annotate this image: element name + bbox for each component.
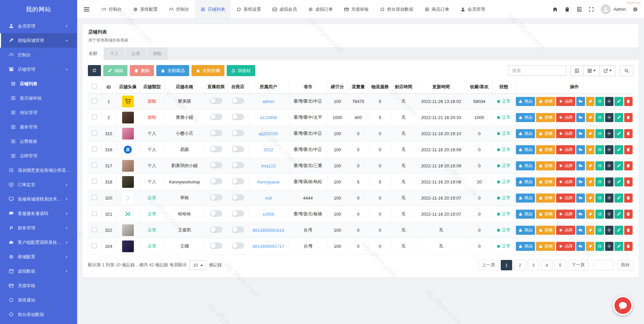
per-page-select[interactable]: 10 (190, 260, 206, 270)
clear-cache-icon[interactable] (577, 7, 582, 12)
all-groupon-button[interactable]: 全部拼團 (192, 65, 224, 76)
sidebar-item-3[interactable]: 店铺管理 (0, 62, 77, 76)
logistics-button[interactable] (576, 242, 585, 251)
column-header[interactable]: 更新時間 (416, 81, 466, 93)
top-tab-7[interactable]: 充值审核 (338, 0, 374, 18)
groupon-button[interactable]: 拼團 (536, 129, 555, 138)
top-tab-9[interactable]: 商品订单 (419, 0, 455, 18)
row-checkbox[interactable] (92, 179, 97, 184)
edit-row-button[interactable] (614, 210, 623, 219)
groupon-button[interactable]: 拼團 (536, 161, 555, 170)
owner-user-link[interactable]: 2022 (264, 147, 273, 152)
column-header[interactable]: 所属用户 (248, 81, 288, 93)
goods-button[interactable]: 商品 (516, 194, 535, 203)
top-tab-10[interactable]: 会员管理 (455, 0, 491, 18)
list-button[interactable] (595, 226, 604, 235)
goods-button[interactable]: 商品 (516, 145, 535, 154)
logistics-button[interactable] (576, 113, 585, 122)
sidebar-item-4[interactable]: 店铺列表 (0, 76, 77, 91)
owner-user-link[interactable]: Kennyyauw (257, 179, 279, 184)
page-button-2[interactable]: 2 (514, 260, 526, 270)
user-menu[interactable]: Admin (601, 4, 626, 14)
row-checkbox[interactable] (92, 114, 97, 119)
edit-row-button[interactable] (614, 129, 623, 138)
self-operated-toggle[interactable] (232, 178, 244, 184)
sidebar-item-16[interactable]: 商城配置 (0, 250, 77, 264)
sidebar-item-5[interactable]: 新店铺审核 (0, 91, 77, 105)
self-operated-toggle[interactable] (232, 210, 244, 217)
groupon-button[interactable]: 拼團 (536, 177, 555, 186)
leaf-button[interactable] (586, 145, 594, 154)
edit-row-button[interactable] (614, 242, 623, 251)
goods-button[interactable]: 商品 (516, 226, 535, 235)
sidebar-item-0[interactable]: 会员管理 (0, 19, 77, 33)
home-icon[interactable] (552, 7, 558, 12)
logistics-button[interactable] (576, 161, 585, 170)
column-header[interactable]: 操作 (515, 81, 633, 93)
page-button-1[interactable]: 1 (501, 260, 512, 270)
sidebar-item-19[interactable]: 系统通知 (0, 293, 77, 307)
groupon-button[interactable]: 拼團 (536, 113, 555, 122)
edit-row-button[interactable] (614, 97, 623, 106)
row-checkbox[interactable] (92, 195, 97, 200)
live-permission-toggle[interactable] (210, 210, 222, 217)
move-button[interactable] (605, 145, 613, 154)
sidebar-item-7[interactable]: 服务管理 (0, 120, 77, 134)
sidebar-item-18[interactable]: 充值审核 (0, 278, 77, 293)
jump-button[interactable]: 跳转 (617, 260, 633, 270)
goods-button[interactable]: 商品 (516, 129, 535, 138)
groupon-button[interactable]: 拼團 (536, 242, 555, 251)
list-button[interactable] (595, 194, 604, 203)
goods-button[interactable]: 商品 (516, 210, 535, 219)
move-button[interactable] (605, 177, 613, 186)
goods-button[interactable]: 商品 (516, 113, 535, 122)
fullscreen-icon[interactable] (589, 7, 594, 12)
delete-row-button[interactable] (624, 161, 633, 170)
column-header[interactable]: 流覽量 (347, 81, 369, 93)
page-button-4[interactable]: 4 (541, 260, 552, 270)
list-button[interactable] (595, 177, 604, 186)
move-button[interactable] (605, 242, 613, 251)
brand-button[interactable]: 品牌 (556, 210, 575, 219)
goods-button[interactable]: 商品 (516, 177, 535, 186)
row-checkbox[interactable] (92, 163, 97, 168)
logistics-button[interactable] (576, 177, 585, 186)
live-permission-toggle[interactable] (210, 242, 222, 249)
search-input[interactable] (508, 65, 566, 76)
row-checkbox[interactable] (92, 130, 97, 136)
top-tab-8[interactable]: 前台滚动数据 (374, 0, 419, 18)
goods-button[interactable]: 商品 (516, 242, 535, 251)
edit-button[interactable]: 编辑 (103, 65, 127, 76)
goods-button[interactable]: 商品 (516, 161, 535, 170)
logistics-button[interactable] (576, 210, 585, 219)
column-header[interactable]: ID (101, 81, 116, 93)
live-permission-toggle[interactable] (210, 178, 222, 184)
column-header[interactable]: 收藏/喜欢 (466, 81, 492, 93)
logistics-button[interactable] (576, 97, 585, 106)
filter-tab-1[interactable]: 个人 (104, 47, 125, 60)
select-all-checkbox[interactable] (92, 84, 97, 89)
live-permission-toggle[interactable] (210, 146, 222, 152)
self-operated-toggle[interactable] (232, 130, 244, 136)
edit-row-button[interactable] (614, 113, 623, 122)
edit-row-button[interactable] (614, 226, 623, 235)
top-tab-0[interactable]: 控制台 (96, 0, 127, 18)
sidebar-item-1[interactable]: 前端商城管理 (0, 33, 77, 48)
prev-page-button[interactable]: 上一頁 (478, 260, 499, 270)
logistics-button[interactable] (576, 129, 585, 138)
top-tab-5[interactable]: 虚拟会员 (267, 0, 303, 18)
groupon-button[interactable]: 拼團 (536, 194, 555, 203)
top-tab-3[interactable]: 店铺列表 (195, 0, 231, 18)
delete-row-button[interactable] (624, 113, 633, 122)
owner-user-link[interactable]: xx558 (263, 212, 274, 217)
column-header[interactable]: 狀態 (492, 81, 515, 93)
settings-gear-icon[interactable] (633, 7, 638, 12)
delete-row-button[interactable] (624, 226, 633, 235)
column-header[interactable]: 經營分 (327, 81, 347, 93)
self-operated-toggle[interactable] (232, 146, 244, 152)
brand-button[interactable]: 品牌 (556, 177, 575, 186)
list-button[interactable] (595, 113, 604, 122)
jump-page-input[interactable] (594, 260, 613, 270)
edit-row-button[interactable] (614, 177, 623, 186)
leaf-button[interactable] (586, 226, 594, 235)
